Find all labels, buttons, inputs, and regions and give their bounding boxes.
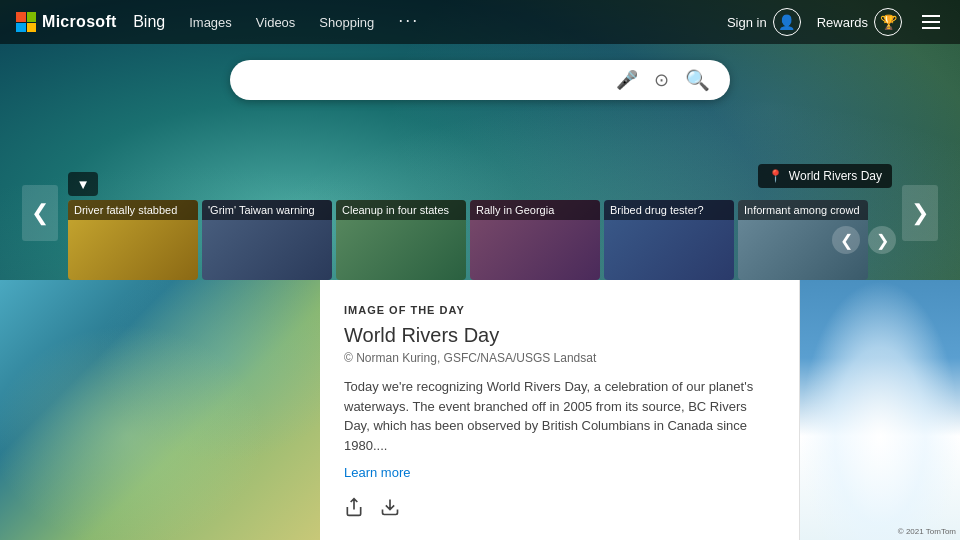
- search-input[interactable]: [246, 71, 604, 89]
- news-card-4[interactable]: Bribed drug tester?: [604, 200, 734, 280]
- news-cards: Driver fatally stabbed 'Grim' Taiwan war…: [68, 200, 892, 280]
- news-cards-wrapper: 📍 World Rivers Day Driver fatally stabbe…: [0, 200, 960, 280]
- header-right: Sign in 👤 Rewards 🏆: [727, 8, 944, 36]
- news-card-label-1: 'Grim' Taiwan warning: [202, 200, 332, 220]
- iotd-title: World Rivers Day: [344, 324, 775, 347]
- cards-next-button[interactable]: ❯: [868, 226, 896, 254]
- main-nav: Images Videos Shopping ···: [189, 14, 419, 31]
- search-bar: 🎤 ⊙ 🔍: [230, 60, 730, 100]
- mic-button[interactable]: 🎤: [612, 69, 642, 91]
- share-button[interactable]: [344, 497, 364, 522]
- news-card-label-0: Driver fatally stabbed: [68, 200, 198, 220]
- news-card-label-5: Informant among crowd: [738, 200, 868, 220]
- logo-microsoft-text: Microsoft: [42, 13, 117, 31]
- news-card-label-3: Rally in Georgia: [470, 200, 600, 220]
- logo-sq-red: [16, 12, 26, 22]
- main-content: IMAGE OF THE DAY World Rivers Day © Norm…: [0, 280, 960, 540]
- rewards-label: Rewards: [817, 15, 868, 30]
- map-watermark: © 2021 TomTom: [898, 527, 956, 536]
- rewards-button[interactable]: Rewards 🏆: [817, 8, 902, 36]
- signin-button[interactable]: Sign in 👤: [727, 8, 801, 36]
- hamburger-menu[interactable]: [918, 11, 944, 33]
- iotd-section-label: IMAGE OF THE DAY: [344, 304, 775, 316]
- news-strip: ▼ 📍 World Rivers Day Driver fatally stab…: [0, 172, 960, 280]
- news-card-3[interactable]: Rally in Georgia: [470, 200, 600, 280]
- location-label: World Rivers Day: [789, 169, 882, 183]
- hamburger-line: [922, 21, 940, 23]
- avatar: 👤: [773, 8, 801, 36]
- search-container: 🎤 ⊙ 🔍: [230, 60, 730, 100]
- iotd-credit: © Norman Kuring, GSFC/NASA/USGS Landsat: [344, 351, 775, 365]
- iotd-description: Today we're recognizing World Rivers Day…: [344, 377, 775, 455]
- nav-more-button[interactable]: ···: [398, 10, 419, 31]
- iotd-image: [0, 280, 320, 540]
- logo[interactable]: Microsoft Bing: [16, 12, 165, 32]
- logo-sq-blue: [16, 23, 26, 33]
- header: Microsoft Bing Images Videos Shopping ··…: [0, 0, 960, 44]
- hamburger-line: [922, 15, 940, 17]
- rewards-badge: 🏆: [874, 8, 902, 36]
- logo-sq-green: [27, 12, 37, 22]
- nav-images[interactable]: Images: [189, 15, 232, 30]
- hamburger-line: [922, 27, 940, 29]
- nav-shopping[interactable]: Shopping: [319, 15, 374, 30]
- location-badge: 📍 World Rivers Day: [758, 164, 892, 188]
- iotd-actions: [344, 497, 775, 522]
- iotd-text-panel: IMAGE OF THE DAY World Rivers Day © Norm…: [320, 280, 800, 540]
- iotd-map[interactable]: © 2021 TomTom: [800, 280, 960, 540]
- news-card-label-2: Cleanup in four states: [336, 200, 466, 220]
- news-card-0[interactable]: Driver fatally stabbed: [68, 200, 198, 280]
- news-card-1[interactable]: 'Grim' Taiwan warning: [202, 200, 332, 280]
- search-button[interactable]: 🔍: [681, 68, 714, 92]
- logo-bing-text: Bing: [133, 13, 165, 31]
- nav-videos[interactable]: Videos: [256, 15, 296, 30]
- collapse-button[interactable]: ▼: [68, 172, 98, 196]
- news-card-label-4: Bribed drug tester?: [604, 200, 734, 220]
- cards-prev-button[interactable]: ❮: [832, 226, 860, 254]
- signin-label: Sign in: [727, 15, 767, 30]
- visual-search-button[interactable]: ⊙: [650, 69, 673, 91]
- logo-sq-yellow: [27, 23, 37, 33]
- news-card-2[interactable]: Cleanup in four states: [336, 200, 466, 280]
- download-button[interactable]: [380, 497, 400, 522]
- microsoft-logo-grid: [16, 12, 36, 32]
- iotd-learn-more-link[interactable]: Learn more: [344, 465, 410, 480]
- location-pin-icon: 📍: [768, 169, 783, 183]
